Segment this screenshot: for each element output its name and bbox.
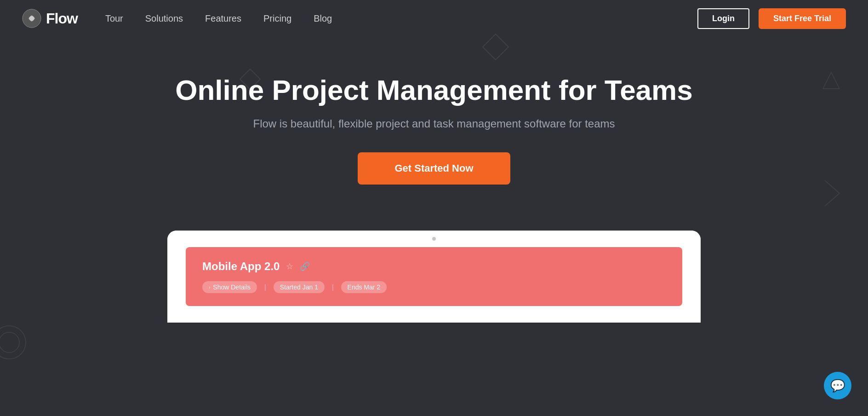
meta-divider-1: | xyxy=(264,283,266,291)
preview-dot-row xyxy=(167,231,701,247)
logo-text: Flow xyxy=(46,10,78,27)
login-button[interactable]: Login xyxy=(697,8,749,29)
chat-button[interactable]: 💬 xyxy=(824,372,851,399)
chevron-right-icon: › xyxy=(209,285,210,290)
get-started-button[interactable]: Get Started Now xyxy=(358,152,510,185)
chat-icon: 💬 xyxy=(830,379,845,393)
nav-actions: Login Start Free Trial xyxy=(697,8,846,29)
nav-link-solutions[interactable]: Solutions xyxy=(145,13,183,24)
preview-dot xyxy=(432,237,436,241)
flow-logo-icon xyxy=(22,9,41,28)
svg-point-4 xyxy=(0,326,26,359)
circle-deco-left xyxy=(0,324,28,361)
link-icon: 🔗 xyxy=(300,261,310,272)
nav-link-features[interactable]: Features xyxy=(205,13,241,24)
svg-point-5 xyxy=(0,332,19,352)
project-banner: Mobile App 2.0 ☆ 🔗 › Show Details | Star… xyxy=(186,247,682,306)
nav-link-pricing[interactable]: Pricing xyxy=(263,13,291,24)
logo[interactable]: Flow xyxy=(22,9,78,28)
ends-tag: Ends Mar 2 xyxy=(341,281,387,293)
nav-link-blog[interactable]: Blog xyxy=(314,13,332,24)
hero-subheadline: Flow is beautiful, flexible project and … xyxy=(22,117,846,130)
nav-links: Tour Solutions Features Pricing Blog xyxy=(105,13,697,24)
project-meta: › Show Details | Started Jan 1 | Ends Ma… xyxy=(202,281,666,293)
app-preview-wrapper: Mobile App 2.0 ☆ 🔗 › Show Details | Star… xyxy=(0,212,868,323)
show-details-tag[interactable]: › Show Details xyxy=(202,281,257,293)
navigation: Flow Tour Solutions Features Pricing Blo… xyxy=(0,0,868,37)
project-title: Mobile App 2.0 xyxy=(202,260,280,273)
started-tag: Started Jan 1 xyxy=(274,281,325,293)
star-icon: ☆ xyxy=(286,261,293,272)
show-details-label: Show Details xyxy=(213,283,251,291)
project-header: Mobile App 2.0 ☆ 🔗 xyxy=(202,260,666,273)
hero-section: Online Project Management for Teams Flow… xyxy=(0,37,868,212)
start-free-trial-button[interactable]: Start Free Trial xyxy=(759,8,846,29)
ends-label: Ends Mar 2 xyxy=(348,283,381,291)
meta-divider-2: | xyxy=(332,283,334,291)
hero-headline: Online Project Management for Teams xyxy=(22,74,846,106)
started-label: Started Jan 1 xyxy=(280,283,318,291)
nav-link-tour[interactable]: Tour xyxy=(105,13,123,24)
app-preview: Mobile App 2.0 ☆ 🔗 › Show Details | Star… xyxy=(167,231,701,323)
